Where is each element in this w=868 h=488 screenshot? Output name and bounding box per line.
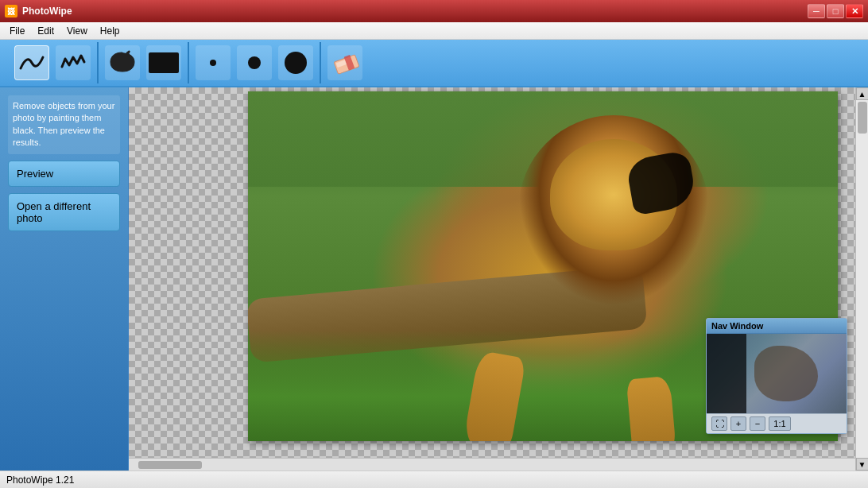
- menu-file[interactable]: File: [3, 24, 31, 38]
- shape-tools: [99, 42, 189, 83]
- eraser-icon: [327, 45, 362, 80]
- nav-black-area: [707, 334, 746, 413]
- menu-edit[interactable]: Edit: [31, 24, 60, 38]
- h-scroll-thumb[interactable]: [138, 461, 202, 469]
- small-dot-tool[interactable]: [196, 45, 231, 80]
- app-icon: 🖼: [5, 5, 17, 17]
- status-bar: PhotoWipe 1.21: [0, 471, 868, 488]
- main-layout: Remove objects from your photo by painti…: [0, 87, 868, 471]
- medium-dot-tool[interactable]: [237, 45, 272, 80]
- canvas-main: Nav Window ⛶ + − 1:1: [129, 87, 855, 471]
- medium-dot-icon: [248, 56, 261, 69]
- nav-reset-button[interactable]: 1:1: [769, 416, 791, 431]
- nav-window-title: Nav Window: [707, 319, 847, 334]
- nav-fit-button[interactable]: ⛶: [711, 416, 727, 431]
- smooth-curve-icon: [17, 51, 46, 75]
- nav-zoom-in-button[interactable]: +: [730, 416, 746, 431]
- toolbar: [0, 40, 868, 87]
- rectangle-tool[interactable]: [146, 45, 181, 80]
- left-panel: Remove objects from your photo by painti…: [0, 87, 129, 471]
- eraser-tools: [321, 42, 369, 83]
- preview-button[interactable]: Preview: [8, 161, 120, 187]
- v-scroll-up-button[interactable]: ▲: [856, 87, 869, 100]
- vertical-scrollbar[interactable]: ▲ ▼: [855, 87, 868, 471]
- app-title: PhotoWipe: [22, 6, 72, 17]
- lasso-tool[interactable]: [105, 45, 140, 80]
- canvas-inner: Nav Window ⛶ + − 1:1: [129, 87, 855, 458]
- instruction-text: Remove objects from your photo by painti…: [8, 95, 120, 154]
- dot-tools: [189, 42, 321, 83]
- nav-window: Nav Window ⛶ + − 1:1: [706, 318, 847, 434]
- small-dot-icon: [210, 60, 216, 66]
- close-button[interactable]: ✕: [846, 4, 863, 18]
- open-photo-button[interactable]: Open a different photo: [8, 193, 120, 231]
- nav-zoom-out-button[interactable]: −: [750, 416, 765, 431]
- nav-content[interactable]: [707, 334, 847, 413]
- curve-tools: [8, 42, 99, 83]
- menu-view[interactable]: View: [60, 24, 94, 38]
- canvas-with-scrollbar: Nav Window ⛶ + − 1:1: [129, 87, 868, 471]
- menu-bar: File Edit View Help: [0, 22, 868, 40]
- lasso-icon: [107, 49, 138, 76]
- menu-help[interactable]: Help: [94, 24, 126, 38]
- large-dot-tool[interactable]: [278, 45, 313, 80]
- rough-curve-icon: [59, 51, 87, 75]
- title-bar: 🖼 PhotoWipe ─ □ ✕: [0, 0, 868, 22]
- v-scroll-thumb[interactable]: [858, 102, 867, 134]
- eraser-tool[interactable]: [327, 45, 362, 80]
- horizontal-scrollbar[interactable]: [129, 458, 855, 471]
- smooth-curve-tool[interactable]: [14, 45, 49, 80]
- nav-controls: ⛶ + − 1:1: [707, 413, 847, 433]
- v-scroll-track: [856, 100, 868, 458]
- large-dot-icon: [285, 52, 307, 74]
- status-text: PhotoWipe 1.21: [6, 474, 74, 486]
- minimize-button[interactable]: ─: [808, 4, 825, 18]
- rectangle-icon: [149, 52, 179, 73]
- rough-curve-tool[interactable]: [56, 45, 91, 80]
- maximize-button[interactable]: □: [827, 4, 844, 18]
- title-bar-left: 🖼 PhotoWipe: [5, 5, 72, 17]
- title-bar-controls: ─ □ ✕: [808, 4, 863, 18]
- v-scroll-down-button[interactable]: ▼: [856, 458, 869, 471]
